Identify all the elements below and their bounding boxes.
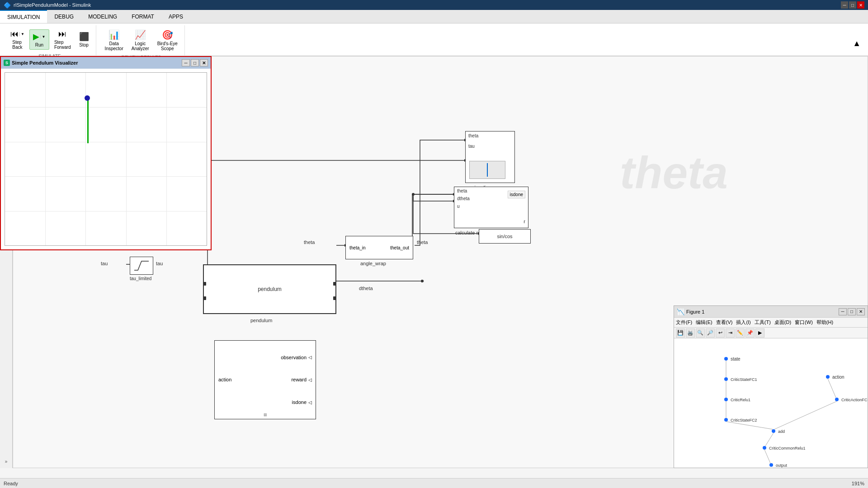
critic-action-fc1-node [835,398,839,401]
state-node-label: state [731,357,741,361]
vis-maximize-button[interactable]: □ [191,59,199,66]
fig-maximize-button[interactable]: □ [848,308,856,315]
action-node [826,375,830,379]
vis-title-text: Simple Pendulum Visualizer [12,60,78,66]
r-output-label: r [524,219,525,224]
theta-connection-label: theta [304,239,315,245]
window-controls: ─ □ ✕ [841,1,864,9]
visualizer-title-bar: S Simple Pendulum Visualizer ─ □ ✕ [1,57,211,69]
fig-tool-3[interactable]: 🔍 [696,328,705,338]
tau-out-label: tau [156,261,163,266]
maximize-button[interactable]: □ [849,1,856,9]
angle-wrap-theta-in-label: theta_in [349,245,366,250]
svg-text:CriticCommonRelu1: CriticCommonRelu1 [769,446,806,450]
menu-tab-simulation[interactable]: SIMULATION [0,10,47,23]
visualizer-window: S Simple Pendulum Visualizer ─ □ ✕ [0,56,212,250]
menu-tab-modeling[interactable]: MODELING [81,10,124,23]
step-back-button[interactable]: ⏮ ▼ StepBack [7,27,28,52]
logic-analyzer-button[interactable]: 📈 LogicAnalyzer [128,27,152,53]
fig-menu-insert[interactable]: 插入(I) [736,319,750,326]
state-node [724,357,728,361]
data-inspector-button[interactable]: 📊 DataInspector [102,27,127,53]
stop-button[interactable]: ⬛ Stop [76,29,92,50]
fig-tool-9[interactable]: ▶ [755,328,764,338]
pendulum-block[interactable]: pendulum [203,264,336,314]
fig-menu-window[interactable]: 窗口(W) [795,319,813,326]
sincos-block[interactable]: sin/cos [479,229,531,244]
dtheta-label: dtheta [359,286,373,291]
vis-window-icon: S [4,60,10,66]
step-forward-button[interactable]: ⏭ StepForward [51,27,74,52]
pendulum-block-label: pendulum [250,318,272,323]
fig-tool-5[interactable]: ↩ [716,328,725,338]
title-text: rISimplePendulumModel - Simulink [14,2,91,8]
tau-limited-label: tau_limited [130,276,151,281]
critic-state-fc1-node [724,377,728,381]
birds-eye-button[interactable]: 🎯 Bird's-EyeScope [154,27,181,53]
vis-minimize-button[interactable]: ─ [182,59,190,66]
fig-tool-2[interactable]: 🖨️ [686,328,695,338]
fig-tool-6[interactable]: ⇥ [726,328,735,338]
menu-tab-format[interactable]: FORMAT [124,10,161,23]
pendulum-port-tau-in [203,296,206,300]
run-button[interactable]: ▶ ▼ Run [29,29,49,50]
status-bar: Ready 191% [0,478,868,488]
svg-point-9 [412,193,415,196]
bottom-icon: ⊞ [264,413,267,417]
ribbon-collapse-button[interactable]: ▲ [853,39,861,48]
vis-close-button[interactable]: ✕ [200,59,208,66]
pendulum-pivot [85,95,90,101]
svg-marker-6 [421,280,424,282]
isdone-label: isdone [508,191,525,198]
menu-tab-apps[interactable]: APPS [161,10,190,23]
pendulum-port-dtheta-out [333,296,336,300]
common-to-output-line [764,450,770,463]
ribbon: ⏮ ▼ StepBack ▶ ▼ Run ⏭ StepForward [0,23,868,56]
fig-tool-1[interactable]: 💾 [676,328,685,338]
fig-canvas: state action CriticStateFC1 CriticRelu1 … [674,338,868,468]
fig-close-button[interactable]: ✕ [857,308,865,315]
critic-state-fc2-node [724,418,728,422]
fig-menu-desktop[interactable]: 桌面(D) [774,319,791,326]
output-node [769,463,773,467]
theta-output-label: theta [417,239,428,245]
fig-body: state action CriticStateFC1 CriticRelu1 … [674,338,868,468]
sidebar-icon-expand[interactable]: » [1,456,11,466]
add-to-common-line [765,433,774,446]
fig-menu-view[interactable]: 查看(V) [716,319,733,326]
tau-in-label: tau [101,261,108,266]
pendulum-port-theta-in [203,282,206,286]
app-icon: 🔷 [4,2,11,9]
sincos-label: sin/cos [497,234,512,239]
fig-minimize-button[interactable]: ─ [839,308,847,315]
fig-tool-8[interactable]: 📌 [745,328,755,338]
close-button[interactable]: ✕ [857,1,864,9]
theta-large-label: theta [620,147,728,199]
saturation-block[interactable] [130,257,153,275]
svg-text:CriticActionFC1: CriticActionFC1 [841,398,868,402]
vis-tau-port: tau [466,142,514,150]
fig-menu-file[interactable]: 文件(F) [676,319,692,326]
action-to-fc1-line [828,379,836,398]
figure-window: 📉 Figure 1 ─ □ ✕ 文件(F) 编辑(E) 查看(V) 插入(I)… [674,305,868,468]
critic-common-relu1-node [763,446,766,450]
fig-title: Figure 1 [686,309,704,314]
pendulum-port-theta-out [333,282,336,286]
menu-tab-debug[interactable]: DEBUG [47,10,81,23]
fig-menu: 文件(F) 编辑(E) 查看(V) 插入(I) 工具(T) 桌面(D) 窗口(W… [674,318,868,328]
network-diagram-svg: state action CriticStateFC1 CriticRelu1 … [674,338,868,468]
fig-toolbar: 💾 🖨️ 🔍 🔎 ↩ ⇥ ✏️ 📌 ▶ [674,328,868,338]
calc-reward-block[interactable]: theta dtheta u isdone r [454,187,528,228]
visualizer-block[interactable]: theta tau [465,131,515,183]
action-node-label: action [832,375,844,380]
fig-menu-tools[interactable]: 工具(T) [755,319,771,326]
fig-tool-7[interactable]: ✏️ [736,328,745,338]
fig-tool-4[interactable]: 🔎 [706,328,715,338]
angle-wrap-block[interactable]: theta_in theta_out [345,236,413,259]
menu-bar: SIMULATION DEBUG MODELING FORMAT APPS [0,10,868,23]
minimize-button[interactable]: ─ [841,1,848,9]
fig-menu-help[interactable]: 帮助(H) [816,319,833,326]
rl-agent-block[interactable]: observation ◁ action reward ◁ isdone ◁ ⊞ [214,340,316,419]
svg-text:CriticStateFC2: CriticStateFC2 [731,418,757,422]
fig-menu-edit[interactable]: 编辑(E) [696,319,712,326]
